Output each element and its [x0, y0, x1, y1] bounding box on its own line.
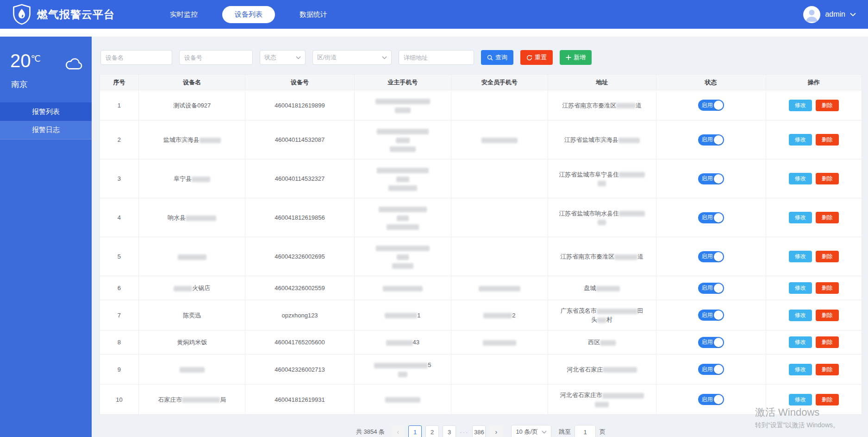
- device-no-input[interactable]: [179, 50, 253, 65]
- edit-button[interactable]: 修改: [789, 310, 812, 321]
- cell-device-no: 460042326002559: [245, 276, 354, 300]
- redacted-text: [388, 185, 417, 191]
- redacted-text: [383, 286, 423, 291]
- edit-button[interactable]: 修改: [789, 212, 812, 223]
- cell-status: 启用: [656, 237, 766, 276]
- edit-button[interactable]: 修改: [789, 394, 812, 405]
- add-button[interactable]: 新增: [560, 50, 592, 65]
- cell-actions: 修改删除: [766, 300, 862, 330]
- edit-button[interactable]: 修改: [789, 282, 812, 294]
- app-title: 燃气报警云平台: [37, 7, 115, 22]
- redacted-text: [180, 367, 205, 373]
- page-size-value: 10 条/页: [516, 428, 538, 436]
- cell-owner-phone: [354, 159, 451, 198]
- cell-device-no: 460040114532327: [245, 159, 354, 198]
- edit-button[interactable]: 修改: [789, 100, 812, 111]
- cell-status: 启用: [656, 385, 766, 415]
- delete-button[interactable]: 删除: [816, 212, 839, 223]
- delete-button[interactable]: 删除: [816, 282, 839, 294]
- status-select[interactable]: 状态: [260, 50, 306, 65]
- redacted-text: [385, 313, 417, 318]
- redacted-text: [598, 220, 606, 225]
- user-menu[interactable]: admin: [803, 6, 856, 23]
- delete-button[interactable]: 删除: [816, 173, 839, 184]
- cell-address: 广东省茂名市田头村: [548, 300, 656, 330]
- sidebar-menu: 报警列表 报警日志: [0, 102, 92, 139]
- sidebar-item-alarm-log[interactable]: 报警日志: [0, 121, 92, 139]
- status-toggle[interactable]: 启用: [698, 251, 724, 262]
- page-size-select[interactable]: 10 条/页: [511, 425, 551, 437]
- prev-page-button[interactable]: ‹: [391, 425, 405, 437]
- status-toggle[interactable]: 启用: [698, 100, 724, 111]
- edit-button[interactable]: 修改: [789, 364, 812, 375]
- cell-actions: 修改删除: [766, 330, 862, 355]
- delete-button[interactable]: 删除: [816, 251, 839, 262]
- edit-button[interactable]: 修改: [789, 134, 812, 146]
- jump-suffix-label: 页: [599, 428, 606, 436]
- redacted-text: [375, 99, 430, 104]
- cell-owner-phone: [354, 237, 451, 276]
- redacted-text: [396, 138, 410, 143]
- sidebar-item-alarm-list[interactable]: 报警列表: [0, 102, 92, 121]
- page-button[interactable]: 3: [443, 425, 456, 437]
- table-row: 5460042326002695江苏省南京市秦淮区道启用修改删除: [100, 237, 862, 276]
- page-button[interactable]: 386: [472, 425, 486, 437]
- toggle-knob: [714, 213, 723, 222]
- cell-status: 启用: [656, 276, 766, 300]
- delete-button[interactable]: 删除: [816, 364, 839, 375]
- delete-button[interactable]: 删除: [816, 394, 839, 405]
- device-name-input[interactable]: [100, 50, 172, 65]
- jump-page-input[interactable]: [575, 425, 596, 437]
- reset-button[interactable]: 重置: [520, 50, 553, 65]
- cell-device-name: 阜宁县: [138, 159, 245, 198]
- cell-device-name: 陈奕迅: [138, 300, 245, 330]
- address-input[interactable]: [399, 50, 474, 65]
- page-button[interactable]: 1: [408, 425, 422, 437]
- brand-shield-flame-icon: [12, 4, 31, 25]
- status-toggle[interactable]: 启用: [698, 212, 724, 223]
- delete-button[interactable]: 删除: [816, 134, 839, 146]
- search-button[interactable]: 查询: [481, 50, 513, 65]
- status-toggle[interactable]: 启用: [698, 364, 724, 375]
- cell-safety-phone: [451, 198, 548, 237]
- redacted-text: [483, 313, 512, 318]
- status-toggle[interactable]: 启用: [698, 337, 724, 348]
- page-button[interactable]: 2: [425, 425, 439, 437]
- toggle-knob: [714, 174, 723, 184]
- district-select[interactable]: 区/街道: [312, 50, 392, 65]
- filter-bar: 状态 区/街道 查询: [100, 50, 862, 65]
- cell-index: 2: [100, 120, 139, 159]
- col-address: 地址: [548, 75, 656, 90]
- toggle-knob: [714, 135, 723, 145]
- delete-button[interactable]: 删除: [816, 336, 839, 348]
- redacted-text: [192, 177, 210, 182]
- status-toggle[interactable]: 启用: [698, 134, 724, 146]
- cell-safety-phone: [451, 120, 548, 159]
- redacted-text: [200, 138, 221, 143]
- delete-button[interactable]: 删除: [816, 100, 839, 111]
- next-page-button[interactable]: ›: [489, 425, 503, 437]
- status-toggle[interactable]: 启用: [698, 394, 724, 405]
- tab-device-list[interactable]: 设备列表: [222, 6, 275, 23]
- tab-data-statistics[interactable]: 数据统计: [287, 6, 340, 23]
- pagination-ellipsis[interactable]: ···: [460, 429, 468, 436]
- edit-button[interactable]: 修改: [789, 336, 812, 348]
- redacted-text: [596, 286, 620, 291]
- cell-address: 江苏省南京市秦淮区道: [548, 237, 656, 276]
- cell-device-no: 460041812619899: [245, 90, 354, 120]
- tab-realtime-monitor[interactable]: 实时监控: [157, 6, 210, 23]
- username: admin: [825, 10, 845, 19]
- edit-button[interactable]: 修改: [789, 173, 812, 184]
- status-toggle[interactable]: 启用: [698, 310, 724, 321]
- status-toggle[interactable]: 启用: [698, 173, 724, 184]
- pagination: 共 3854 条 ‹ 123···386 › 10 条/页 跳至 页: [100, 425, 862, 437]
- chevron-down-icon: [542, 431, 547, 434]
- delete-button[interactable]: 删除: [816, 310, 839, 321]
- redacted-text: [174, 286, 192, 291]
- edit-button[interactable]: 修改: [789, 251, 812, 262]
- status-toggle[interactable]: 启用: [698, 283, 724, 294]
- cell-owner-phone: [354, 385, 451, 415]
- cell-status: 启用: [656, 330, 766, 355]
- cell-status: 启用: [656, 300, 766, 330]
- cloud-icon: [64, 57, 84, 71]
